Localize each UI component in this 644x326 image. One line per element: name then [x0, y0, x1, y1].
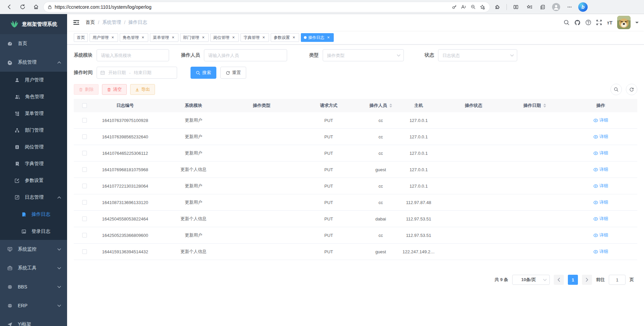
next-page-button[interactable]	[582, 275, 592, 285]
tab-operation-log[interactable]: 操作日志×	[301, 33, 334, 42]
detail-link[interactable]: 详细	[593, 232, 608, 238]
close-icon[interactable]: ×	[110, 35, 115, 40]
detail-link[interactable]: 详细	[593, 134, 608, 140]
sidebar-item-dictionary[interactable]: 字典管理	[0, 155, 67, 172]
more-icon[interactable]	[564, 2, 575, 12]
row-checkbox[interactable]	[82, 151, 87, 155]
detail-link[interactable]: 详细	[593, 167, 608, 173]
sidebar-item-bbs[interactable]: BBS	[0, 277, 67, 296]
close-icon[interactable]: ×	[291, 35, 296, 40]
tab-post-mgmt[interactable]: 岗位管理×	[210, 33, 239, 42]
page-size-select[interactable]: 10条/页	[512, 275, 550, 285]
user-avatar[interactable]	[617, 16, 631, 29]
detail-link[interactable]: 详细	[593, 117, 608, 123]
detail-link[interactable]: 详细	[593, 199, 608, 205]
goto-page-input[interactable]	[609, 275, 626, 285]
tab-menu-mgmt[interactable]: 菜单管理×	[150, 33, 178, 42]
sidebar-item-users[interactable]: 用户管理	[0, 72, 67, 88]
sidebar-item-departments[interactable]: 部门管理	[0, 122, 67, 139]
close-icon[interactable]: ×	[171, 35, 175, 40]
breadcrumb-system[interactable]: 系统管理	[102, 19, 121, 25]
export-button[interactable]: 导出	[130, 84, 155, 95]
row-checkbox[interactable]	[82, 134, 87, 139]
sidebar-item-yi-framework[interactable]: Yi框架	[0, 315, 67, 326]
sort-icon[interactable]	[543, 102, 546, 109]
favorites-icon[interactable]	[524, 2, 535, 12]
close-icon[interactable]: ×	[201, 35, 206, 40]
breadcrumb-home[interactable]: 首页	[86, 19, 95, 25]
sidebar-item-monitor[interactable]: 系统监控	[0, 240, 67, 259]
github-icon[interactable]	[574, 19, 581, 26]
home-icon[interactable]	[30, 2, 42, 12]
type-select[interactable]	[323, 49, 404, 61]
module-input[interactable]	[97, 49, 169, 61]
row-checkbox[interactable]	[82, 200, 87, 205]
extensions-icon[interactable]	[492, 2, 503, 12]
sidebar-item-home[interactable]: 首页	[0, 34, 67, 53]
row-checkbox[interactable]	[82, 184, 87, 188]
split-screen-icon[interactable]	[510, 2, 522, 12]
search-button[interactable]: 搜索	[191, 67, 216, 79]
toggle-search-icon[interactable]	[610, 84, 622, 95]
fullscreen-icon[interactable]	[596, 19, 602, 25]
detail-link[interactable]: 详细	[593, 249, 608, 255]
sidebar-item-roles[interactable]: 角色管理	[0, 88, 67, 105]
profile-icon[interactable]	[550, 2, 562, 12]
sidebar-item-logs[interactable]: 日志管理	[0, 189, 67, 206]
reset-button[interactable]: 重置	[220, 67, 246, 79]
prev-page-button[interactable]	[554, 275, 564, 285]
detail-link[interactable]: 详细	[593, 216, 608, 222]
sort-icon[interactable]	[389, 102, 392, 109]
date-range-input[interactable]: 开始日期 - 结束日期	[97, 67, 177, 79]
tab-home[interactable]: 首页	[74, 33, 88, 42]
favorite-add-icon[interactable]	[478, 3, 487, 11]
app-logo[interactable]: 意框架管理系统	[0, 14, 67, 34]
refresh-icon[interactable]	[17, 2, 28, 12]
help-icon[interactable]	[585, 19, 591, 25]
close-icon[interactable]: ×	[261, 35, 266, 40]
chevron-down-icon[interactable]	[635, 22, 639, 25]
close-icon[interactable]: ×	[326, 35, 331, 40]
detail-link[interactable]: 详细	[593, 150, 608, 156]
page-number-1[interactable]: 1	[568, 275, 578, 285]
sidebar-item-operation-log[interactable]: 操作日志	[0, 206, 67, 223]
row-checkbox[interactable]	[82, 249, 87, 254]
row-checkbox[interactable]	[82, 118, 87, 123]
sidebar-item-posts[interactable]: 岗位管理	[0, 139, 67, 155]
tab-param-settings[interactable]: 参数设置×	[271, 33, 299, 42]
detail-link[interactable]: 详细	[593, 183, 608, 189]
tab-user-mgmt[interactable]: 用户管理×	[90, 33, 118, 42]
refresh-table-icon[interactable]	[626, 84, 637, 95]
select-all-checkbox[interactable]	[82, 103, 87, 108]
read-aloud-icon[interactable]	[459, 3, 468, 11]
address-bar[interactable]: https://ccnetcore.com:1101/system/log/op…	[44, 2, 490, 12]
sidebar-item-tools[interactable]: 系统工具	[0, 259, 67, 277]
row-checkbox[interactable]	[82, 167, 87, 172]
tab-dept-mgmt[interactable]: 部门管理×	[180, 33, 209, 42]
row-checkbox[interactable]	[82, 233, 87, 238]
close-icon[interactable]: ×	[231, 35, 236, 40]
back-icon[interactable]	[3, 2, 15, 12]
tab-role-mgmt[interactable]: 角色管理×	[120, 33, 148, 42]
search-icon[interactable]	[564, 19, 570, 25]
key-icon[interactable]	[449, 3, 459, 11]
sidebar-item-erp[interactable]: ERP	[0, 296, 67, 315]
url-text[interactable]: https://ccnetcore.com:1101/system/log/op…	[55, 4, 449, 10]
lock-icon[interactable]	[48, 5, 52, 9]
sidebar-item-login-log[interactable]: 登录日志	[0, 223, 67, 240]
status-select[interactable]	[438, 49, 517, 61]
collapse-sidebar-icon[interactable]	[73, 20, 79, 25]
clear-button[interactable]: 清空	[102, 84, 127, 95]
copilot-icon[interactable]: b	[577, 2, 589, 12]
tab-dict-mgmt[interactable]: 字典管理×	[240, 33, 269, 42]
row-checkbox[interactable]	[82, 216, 87, 221]
close-icon[interactable]: ×	[141, 35, 145, 40]
zoom-out-icon[interactable]	[468, 3, 478, 11]
sidebar-item-parameters[interactable]: 参数设置	[0, 172, 67, 189]
font-size-icon[interactable]: тT	[607, 20, 612, 25]
delete-button[interactable]: 删除	[74, 84, 99, 95]
sidebar-item-menus[interactable]: 菜单管理	[0, 105, 67, 122]
operator-input[interactable]	[204, 49, 287, 61]
sidebar-item-system[interactable]: 系统管理	[0, 53, 67, 72]
collections-icon[interactable]	[537, 2, 548, 12]
